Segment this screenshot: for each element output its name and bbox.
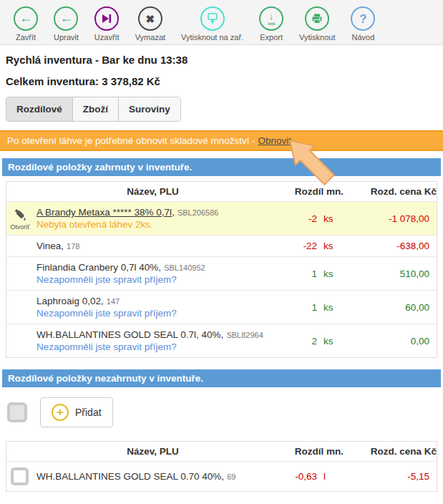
table-row: Vinea178 -22ks -638,00: [6, 236, 437, 257]
row-checkbox[interactable]: [11, 467, 29, 485]
toolbar-button-edit[interactable]: ← Upravit: [46, 6, 87, 42]
back-icon: ←: [54, 6, 78, 31]
tab-zbozi[interactable]: Zboží: [73, 97, 119, 121]
warning-banner: Po otevření láhve je potřebné obnovit sk…: [0, 130, 443, 151]
column-header-qty: Rozdíl mn.: [272, 442, 344, 461]
help-icon: ?: [351, 6, 375, 31]
item-price: -638,00: [344, 241, 437, 251]
page-title: Rychlá inventura - Bar ke dnu 13:38: [6, 54, 437, 66]
item-price: 510,00: [344, 268, 437, 279]
item-unit: ks: [323, 268, 338, 279]
column-header-price: Rozd. cena Kč: [344, 442, 437, 461]
item-qty: 1: [311, 302, 317, 313]
select-all-checkbox[interactable]: [7, 402, 27, 422]
item-name: Vinea: [36, 241, 64, 251]
column-header-name: Název, PLU: [34, 442, 272, 461]
item-code: 69: [227, 472, 235, 481]
toolbar: ← Zavřít ← Upravit Uzavřít ✖ Vymazat Vyt…: [0, 0, 443, 45]
item-name: WH.BALLANTINES GOLD SEAL 0.7l, 40%: [36, 329, 223, 340]
toolbar-button-export[interactable]: ↓xml Export: [251, 6, 291, 42]
add-item-button[interactable]: + Přidat: [40, 397, 113, 427]
column-header-name: Název, PLU: [34, 182, 272, 201]
table-row: WH.BALLANTINES GOLD SEAL 0.7l, 40%SBL829…: [6, 324, 437, 357]
toolbar-button-print-device[interactable]: Vytisknout na zař.: [173, 6, 251, 42]
back-icon: ←: [14, 6, 38, 31]
item-qty: -2: [308, 213, 317, 224]
table-row: Laphroaig 0,02147 Nezapomněli jste sprav…: [6, 291, 437, 324]
section2-header: Rozdílové položky nezahrnuty v inventuře…: [2, 369, 441, 387]
item-unit: ks: [323, 213, 338, 224]
fix-receipt-link[interactable]: Nezapomněli jste spravit příjem?: [36, 274, 268, 285]
export-xml-icon: ↓xml: [259, 6, 283, 31]
warning-banner-text: Po otevření láhve je potřebné obnovit sk…: [7, 135, 255, 146]
column-header-price: Rozd. cena Kč: [344, 182, 437, 201]
item-name: WH.BALLANTINES GOLD SEAL 0.70 40%: [36, 471, 224, 482]
table-row: Finlandia Cranbery 0,7l 40%SBL140952 Nez…: [6, 257, 437, 291]
plus-icon: +: [52, 404, 69, 421]
item-warning: Nebyla otevřená láhev 2ks.: [36, 219, 268, 230]
toolbar-button-help[interactable]: ? Návod: [343, 6, 383, 42]
tab-rozdilove[interactable]: Rozdílové: [6, 97, 73, 121]
item-name: Laphroaig 0,02: [36, 296, 104, 306]
item-name: Finlandia Cranbery 0,7l 40%: [36, 262, 161, 273]
item-unit: ks: [323, 336, 338, 346]
tab-bar: Rozdílové Zboží Suroviny: [6, 97, 181, 122]
item-qty: -0,63: [295, 471, 317, 482]
item-qty: 2: [311, 336, 317, 346]
item-code: 178: [67, 242, 79, 251]
table-row: WH.BALLANTINES GOLD SEAL 0.70 40%69 -0,6…: [6, 462, 437, 491]
toolbar-button-label: Uzavřít: [94, 33, 120, 42]
item-code: SBL140952: [164, 263, 205, 272]
add-item-label: Přidat: [75, 407, 102, 418]
section1-header: Rozdílové položky zahrnuty v inventuře.: [2, 158, 441, 176]
item-code: SBL82964: [226, 331, 263, 339]
fix-receipt-link[interactable]: Nezapomněli jste spravit příjem?: [36, 341, 268, 352]
bottle-icon: [12, 207, 28, 223]
toolbar-button-label: Zavřít: [16, 33, 36, 42]
item-unit: l: [323, 471, 338, 482]
toolbar-button-label: Vymazat: [135, 33, 165, 42]
excluded-items-table: Název, PLU Rozdíl mn. Rozd. cena Kč WH.B…: [6, 441, 437, 492]
tab-suroviny[interactable]: Suroviny: [119, 97, 180, 121]
open-bottle-action[interactable]: Otvoriť: [6, 204, 34, 233]
item-name-link[interactable]: A Brandy Metaxa ***** 38% 0,7l: [36, 207, 175, 218]
toolbar-button-delete[interactable]: ✖ Vymazat: [127, 6, 173, 42]
delete-icon: ✖: [138, 6, 162, 31]
item-price: 60,00: [344, 302, 437, 313]
table-header-row: Název, PLU Rozdíl mn. Rozd. cena Kč: [6, 182, 437, 202]
item-price: 0,00: [344, 336, 437, 346]
toolbar-button-finalize[interactable]: Uzavřít: [87, 6, 127, 42]
toolbar-button-label: Návod: [352, 33, 375, 42]
item-code: SBL206586: [177, 208, 219, 217]
toolbar-button-label: Upravit: [54, 33, 79, 42]
included-items-table: Název, PLU Rozdíl mn. Rozd. cena Kč Otvo…: [6, 181, 437, 358]
toolbar-button-close[interactable]: ← Zavřít: [6, 6, 46, 42]
section2-controls: + Přidat: [0, 387, 443, 436]
item-qty: 1: [311, 268, 317, 279]
item-price: -1 078,00: [344, 213, 437, 224]
table-header-row: Název, PLU Rozdíl mn. Rozd. cena Kč: [6, 442, 437, 462]
item-code: 147: [107, 297, 120, 306]
printer-icon: [305, 6, 329, 31]
item-price: -5,15: [344, 471, 437, 482]
column-header-qty: Rozdíl mn.: [272, 182, 344, 201]
toolbar-button-print[interactable]: Vytisknout: [291, 6, 343, 42]
item-unit: ks: [323, 241, 338, 251]
finalize-icon: [94, 6, 119, 31]
toolbar-button-label: Export: [260, 33, 283, 42]
page-header: Rychlá inventura - Bar ke dnu 13:38 Celk…: [0, 45, 443, 87]
toolbar-button-label: Vytisknout: [299, 33, 335, 42]
toolbar-button-label: Vytisknout na zař.: [181, 33, 243, 42]
fix-receipt-link[interactable]: Nezapomněli jste spravit příjem?: [36, 308, 268, 319]
open-bottle-label: Otvoriť: [10, 223, 29, 231]
table-row: Otvoriť A Brandy Metaxa ***** 38% 0,7lSB…: [6, 202, 437, 236]
print-device-icon: [200, 6, 225, 31]
item-unit: ks: [323, 302, 338, 313]
inventory-total: Celkem inventura: 3 378,82 Kč: [6, 75, 437, 87]
item-qty: -22: [303, 241, 317, 251]
banner-obnovit-link[interactable]: Obnovit: [258, 135, 291, 146]
